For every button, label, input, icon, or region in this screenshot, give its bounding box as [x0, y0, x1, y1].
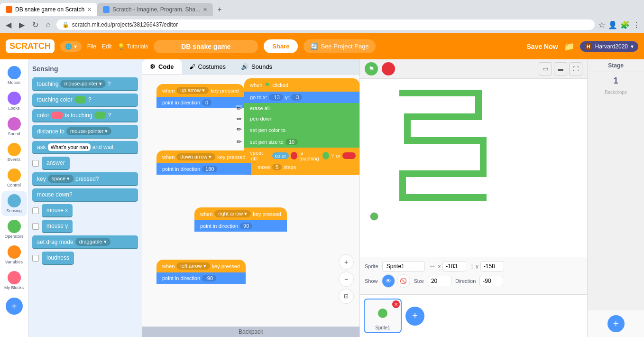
- backpack-bar[interactable]: Backpack: [142, 327, 359, 337]
- tab-close-inactive[interactable]: ✕: [203, 7, 207, 13]
- touching-color-block[interactable]: touching color ?: [32, 94, 138, 107]
- edit-menu[interactable]: Edit: [102, 43, 112, 50]
- sprite-name-input[interactable]: [382, 261, 425, 271]
- stop-button[interactable]: [382, 62, 395, 75]
- share-button[interactable]: Share: [264, 39, 298, 53]
- category-sensing[interactable]: Sensing: [1, 191, 27, 216]
- zoom-in-button[interactable]: +: [339, 254, 354, 270]
- category-looks[interactable]: Looks: [1, 89, 27, 113]
- mouse-y-block[interactable]: mouse y: [42, 220, 73, 233]
- repeat-until-block[interactable]: repeat until color is touching ? or move: [244, 148, 359, 175]
- green-flag-button[interactable]: ⚑: [365, 62, 378, 75]
- pen-edit-3[interactable]: ✏: [236, 126, 242, 132]
- motion-point-180[interactable]: point in direction 180: [156, 163, 251, 175]
- extensions-button[interactable]: 🧩: [620, 20, 630, 29]
- tab-inactive[interactable]: Scratch - Imagine, Program, Sha... ✕: [97, 3, 213, 16]
- move-steps-block[interactable]: move 5 steps: [248, 161, 356, 173]
- add-extension-button[interactable]: +: [6, 298, 23, 315]
- mouse-down-block[interactable]: mouse down?: [32, 188, 138, 202]
- color-green-swatch[interactable]: [322, 152, 329, 159]
- go-to-xy-block[interactable]: go to x: -13 y: -3: [244, 92, 359, 103]
- up-arrow-dropdown[interactable]: up arrow ▾: [176, 87, 209, 94]
- erase-all-block[interactable]: erase all: [244, 103, 359, 113]
- show-hidden-button[interactable]: 🚫: [397, 274, 410, 288]
- tab-close-active[interactable]: ✕: [87, 7, 92, 13]
- loudness-checkbox[interactable]: [32, 255, 39, 262]
- file-menu[interactable]: File: [87, 43, 96, 50]
- forward-button[interactable]: ▶: [17, 19, 27, 30]
- fit-button[interactable]: ⊡: [339, 289, 354, 304]
- tab-costumes[interactable]: 🖌 Costumes: [182, 59, 234, 74]
- sprite-thumb-1[interactable]: ✕ Sprite1: [364, 299, 402, 333]
- add-sprite-button[interactable]: +: [405, 307, 424, 326]
- mouse-x-block[interactable]: mouse x: [42, 204, 73, 217]
- drag-mode-block[interactable]: set drag mode draggable ▾: [32, 235, 138, 249]
- ask-block[interactable]: ask and wait: [32, 141, 138, 154]
- color-swatch-pink[interactable]: [51, 112, 63, 119]
- menu-button[interactable]: ⋮: [633, 20, 640, 29]
- key-dropdown[interactable]: space ▾: [48, 175, 74, 183]
- set-pen-color-block[interactable]: set pen color to: [244, 124, 359, 136]
- fullscreen-button[interactable]: ⛶: [569, 62, 582, 75]
- move-val[interactable]: 5: [272, 164, 282, 170]
- motion-point-neg90[interactable]: point in direction -90: [156, 272, 246, 284]
- left-arrow-dropdown[interactable]: left arrow ▾: [176, 262, 210, 270]
- new-tab-button[interactable]: +: [213, 3, 226, 16]
- event-right-arrow[interactable]: when right arrow ▾ key pressed: [194, 207, 287, 220]
- tutorials-button[interactable]: 💡 Tutorials: [118, 43, 148, 50]
- add-backdrop-button[interactable]: +: [607, 315, 625, 332]
- tab-sounds[interactable]: 🔊 Sounds: [233, 59, 280, 74]
- loudness-block[interactable]: loudness: [42, 252, 74, 265]
- save-now-button[interactable]: Save Now: [527, 43, 558, 50]
- zoom-out-button[interactable]: −: [339, 271, 354, 287]
- pen-down-block[interactable]: pen down: [244, 113, 359, 124]
- see-project-button[interactable]: 🔄 See Project Page: [304, 39, 375, 53]
- touching-dropdown[interactable]: mouse-pointer ▾: [60, 80, 105, 88]
- direction-input[interactable]: [479, 276, 503, 286]
- category-events[interactable]: Events: [1, 140, 27, 165]
- touching-block[interactable]: touching mouse-pointer ▾ ?: [32, 77, 138, 91]
- pen-edit-4[interactable]: ✏: [236, 138, 242, 145]
- motion-point-0[interactable]: point in direction 0: [156, 97, 244, 108]
- answer-block[interactable]: answer: [42, 157, 70, 170]
- drag-mode-dropdown[interactable]: draggable ▾: [75, 238, 110, 246]
- folder-icon[interactable]: 📁: [564, 41, 574, 52]
- color-touching-block[interactable]: color is touching ?: [32, 109, 138, 122]
- pen-edit-1[interactable]: ✏: [236, 105, 242, 112]
- ask-input[interactable]: [48, 143, 91, 151]
- user-badge[interactable]: H Harvard2020 ▾: [580, 41, 638, 52]
- event-up-arrow[interactable]: when up arrow ▾ key pressed: [156, 84, 244, 97]
- size-input[interactable]: [428, 276, 451, 286]
- profile-button[interactable]: 👤: [608, 20, 617, 29]
- right-arrow-dropdown[interactable]: right arrow ▾: [214, 210, 251, 217]
- tab-code[interactable]: ⚙ Code: [142, 59, 182, 74]
- refresh-button[interactable]: ↻: [30, 19, 40, 30]
- address-bar[interactable]: 🔒 scratch.mit.edu/projects/381266437/edi…: [56, 19, 595, 30]
- y-val[interactable]: -3: [291, 94, 303, 101]
- language-selector[interactable]: 🌐 ▾: [60, 41, 82, 52]
- distance-dropdown[interactable]: mouse-pointer ▾: [66, 127, 111, 135]
- category-myblocks[interactable]: My Blocks: [1, 268, 27, 293]
- direction-val-90[interactable]: 90: [240, 223, 252, 229]
- y-coord-input[interactable]: [480, 261, 504, 271]
- bookmark-button[interactable]: ☆: [598, 20, 605, 29]
- event-left-arrow[interactable]: when left arrow ▾ key pressed: [156, 260, 246, 272]
- category-control[interactable]: Control: [1, 166, 27, 190]
- motion-point-90[interactable]: point in direction 90: [194, 220, 287, 232]
- sprite-delete-button[interactable]: ✕: [392, 300, 400, 308]
- mouse-x-checkbox[interactable]: [32, 207, 39, 214]
- answer-checkbox[interactable]: [32, 160, 39, 167]
- pen-color-swatch[interactable]: [289, 126, 297, 134]
- x-coord-input[interactable]: [442, 261, 466, 271]
- key-pressed-block[interactable]: key space ▾ pressed?: [32, 172, 138, 186]
- direction-val-180[interactable]: 180: [202, 166, 217, 172]
- show-visible-button[interactable]: 👁: [382, 274, 395, 288]
- touching-color-swatch[interactable]: [74, 96, 86, 103]
- normal-stage-button[interactable]: ▬: [554, 62, 567, 75]
- color-swatch-green[interactable]: [94, 112, 106, 119]
- set-pen-size-block[interactable]: set pen size to 10: [244, 136, 359, 148]
- category-operators[interactable]: Operators: [1, 217, 27, 242]
- project-name-input[interactable]: [154, 40, 258, 53]
- tab-active[interactable]: DB snake game on Scratch ✕: [0, 3, 97, 16]
- category-sound[interactable]: Sound: [1, 114, 27, 139]
